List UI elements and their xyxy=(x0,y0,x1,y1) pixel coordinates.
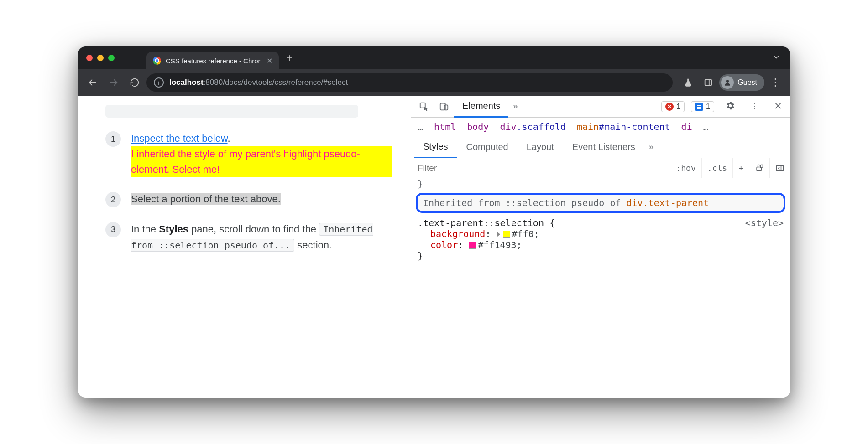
back-button[interactable] xyxy=(84,73,102,92)
inspect-link[interactable]: Inspect the text below xyxy=(131,133,228,144)
prop-color[interactable]: color: #ff1493; xyxy=(418,239,784,250)
subtabs-more[interactable]: » xyxy=(644,142,658,152)
url-path: :8080/docs/devtools/css/reference/#selec… xyxy=(204,78,348,87)
devtools-toolbar: Elements » ✕ 1 1 ⋮ xyxy=(411,96,790,118)
steps-list: Inspect the text below. I inherited the … xyxy=(105,130,392,253)
step-3-b: pane, scroll down to find the xyxy=(188,223,319,235)
avatar-icon xyxy=(721,76,734,89)
svg-rect-11 xyxy=(761,165,763,168)
errors-count: 1 xyxy=(676,103,680,111)
subtab-styles[interactable]: Styles xyxy=(414,136,457,158)
inherited-label: Inherited from ::selection pseudo of xyxy=(423,197,627,208)
window-menu-button[interactable] xyxy=(772,52,784,63)
subtab-event-listeners[interactable]: Event Listeners xyxy=(563,136,644,158)
inspect-element-button[interactable] xyxy=(414,97,434,117)
issues-badge[interactable]: 1 xyxy=(691,101,714,112)
toggle-sidebar-button[interactable] xyxy=(769,158,790,178)
content-split: Inspect the text below. I inherited the … xyxy=(78,96,790,398)
crumb-html[interactable]: html xyxy=(434,121,456,132)
step-3-bold: Styles xyxy=(159,223,188,235)
tab-strip: CSS features reference - Chron ✕ + xyxy=(78,46,790,69)
devtools-panel: Elements » ✕ 1 1 ⋮ xyxy=(411,96,790,398)
subtab-computed[interactable]: Computed xyxy=(457,136,517,158)
devtools-settings-button[interactable] xyxy=(721,101,740,113)
browser-tab[interactable]: CSS features reference - Chron ✕ xyxy=(146,52,279,69)
step-3-c: section. xyxy=(294,239,332,251)
browser-window: CSS features reference - Chron ✕ + i loc… xyxy=(78,46,790,398)
reload-button[interactable] xyxy=(125,73,144,92)
step-3-a: In the xyxy=(131,223,159,235)
url-host: localhost xyxy=(169,78,204,87)
step-1-period: . xyxy=(228,133,230,144)
traffic-lights xyxy=(84,55,119,61)
issues-count: 1 xyxy=(706,103,710,111)
profile-label: Guest xyxy=(737,78,757,87)
crumb-body[interactable]: body xyxy=(467,121,489,132)
crumb-ellipsis-right[interactable]: … xyxy=(703,121,709,132)
color-swatch-fg[interactable] xyxy=(469,242,476,249)
crumb-div-scaffold[interactable]: div.scaffold xyxy=(500,121,566,132)
rule-close-brace: } xyxy=(418,250,784,261)
issues-icon xyxy=(695,103,703,111)
dom-breadcrumbs[interactable]: … html body div.scaffold main#main-conte… xyxy=(411,118,790,136)
crumb-di[interactable]: di xyxy=(681,121,692,132)
subtab-layout[interactable]: Layout xyxy=(518,136,563,158)
hov-toggle[interactable]: :hov xyxy=(670,158,701,178)
svg-rect-2 xyxy=(705,80,712,86)
svg-point-4 xyxy=(726,80,729,83)
window-minimize-button[interactable] xyxy=(97,55,104,61)
css-rule[interactable]: .text-parent::selection { <style> backgr… xyxy=(411,216,790,265)
highlighted-text[interactable]: I inherited the style of my parent's hig… xyxy=(131,146,392,177)
svg-rect-12 xyxy=(777,165,784,171)
new-rule-button[interactable]: + xyxy=(732,158,749,178)
address-bar[interactable]: i localhost:8080/docs/devtools/css/refer… xyxy=(146,73,673,92)
paint-flash-button[interactable] xyxy=(749,158,769,178)
chrome-favicon-icon xyxy=(153,57,161,65)
styles-filter-input[interactable] xyxy=(411,163,670,173)
styles-toolbar: :hov .cls + xyxy=(411,158,790,178)
inherited-section-header[interactable]: Inherited from ::selection pseudo of div… xyxy=(416,193,785,213)
tab-title: CSS features reference - Chron xyxy=(166,57,262,65)
browser-menu-button[interactable]: ⋮ xyxy=(766,77,784,88)
page-viewport: Inspect the text below. I inherited the … xyxy=(78,96,411,398)
device-toolbar-button[interactable] xyxy=(434,97,454,117)
page-code-block xyxy=(105,105,358,118)
step-2: Select a portion of the text above. xyxy=(105,191,392,207)
prev-rule-close-brace: } xyxy=(411,178,790,189)
prop-background[interactable]: background: #ff0; xyxy=(418,228,784,239)
site-info-icon[interactable]: i xyxy=(154,77,164,88)
styles-body: } Inherited from ::selection pseudo of d… xyxy=(411,178,790,265)
rule-selector[interactable]: .text-parent::selection { xyxy=(418,217,555,228)
color-swatch-bg[interactable] xyxy=(503,231,510,238)
crumb-main[interactable]: main#main-content xyxy=(577,121,670,132)
expand-shorthand-icon[interactable] xyxy=(497,232,500,237)
cls-toggle[interactable]: .cls xyxy=(701,158,732,178)
devtools-tabs-more[interactable]: » xyxy=(508,102,522,111)
rule-origin-link[interactable]: <style> xyxy=(745,217,784,228)
browser-toolbar: i localhost:8080/docs/devtools/css/refer… xyxy=(78,69,790,96)
errors-badge[interactable]: ✕ 1 xyxy=(661,101,685,112)
profile-chip[interactable]: Guest xyxy=(719,74,764,91)
toolbar-right: Guest ⋮ xyxy=(675,73,784,92)
sidebar-subtabs: Styles Computed Layout Event Listeners » xyxy=(411,136,790,158)
step-1: Inspect the text below. I inherited the … xyxy=(105,130,392,177)
new-tab-button[interactable]: + xyxy=(279,52,300,64)
error-icon: ✕ xyxy=(665,103,674,111)
inherited-selector[interactable]: div.text-parent xyxy=(627,197,709,208)
step-2-text: Select a portion of the text above. xyxy=(131,193,281,205)
window-close-button[interactable] xyxy=(86,55,93,61)
step-3: In the Styles pane, scroll down to find … xyxy=(105,221,392,253)
crumb-ellipsis-left[interactable]: … xyxy=(418,121,423,132)
labs-icon[interactable] xyxy=(679,73,697,92)
window-fullscreen-button[interactable] xyxy=(108,55,115,61)
devtools-close-button[interactable] xyxy=(769,101,787,112)
forward-button[interactable] xyxy=(105,73,123,92)
tab-close-button[interactable]: ✕ xyxy=(267,57,272,65)
panel-toggle-icon[interactable] xyxy=(699,73,717,92)
devtools-menu-button[interactable]: ⋮ xyxy=(746,102,763,111)
devtools-tab-elements[interactable]: Elements xyxy=(454,96,508,118)
